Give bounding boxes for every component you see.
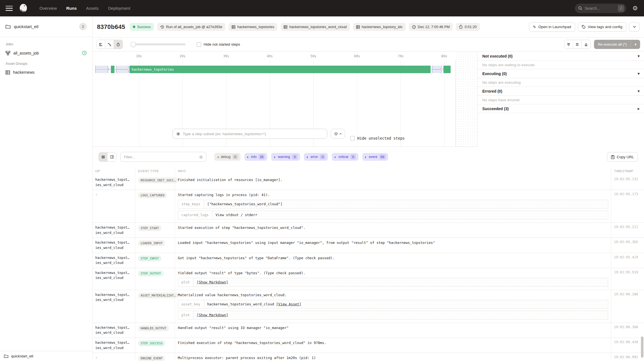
metadata-link[interactable]: [View Asset] <box>276 302 301 306</box>
hide-unselected-checkbox[interactable]: Hide unselected steps <box>350 136 405 140</box>
hamburger-menu-icon[interactable] <box>6 6 13 11</box>
sidebar-footer-repo[interactable]: quickstart_etl <box>0 351 92 361</box>
view-flat-button[interactable] <box>97 40 105 49</box>
view-tags-config-button[interactable]: View tags and config <box>578 22 626 32</box>
log-row[interactable]: hackernews_topst… ies_word_cloudASSET_MA… <box>93 290 644 323</box>
log-filter-field[interactable]: ⊗ <box>120 152 206 162</box>
top-nav: OverviewRunsAssetsDeployment Search... /… <box>0 0 644 16</box>
asset-table-icon <box>284 25 287 29</box>
job-name: all_assets_job <box>13 51 79 55</box>
log-row[interactable]: -LOGS_CAPTUREDStarted capturing logs in … <box>93 190 644 223</box>
asset-tag[interactable]: hackernews_topstory_ids <box>353 23 406 31</box>
run-of-tag[interactable]: Run of all_assets_job @ a27e393e <box>157 23 226 31</box>
status-section-header[interactable]: Not executed (0)▾ <box>478 52 644 61</box>
asset-tag[interactable]: hackernews_topstories_word_cloud <box>281 23 350 31</box>
step-subset-input[interactable] <box>183 132 324 136</box>
toggle-icon: ◑ <box>217 155 219 159</box>
run-actions-menu-button[interactable] <box>629 22 640 32</box>
filter-chip-error[interactable]: ◐error0 <box>304 153 328 161</box>
log-event-cell: HANDLED_OUTPUT <box>135 323 175 338</box>
filter-chip-warning[interactable]: ◐warning0 <box>271 153 300 161</box>
log-row[interactable]: hackernews_topst… ies_word_cloudSTEP_OUT… <box>93 268 644 290</box>
metadata-key: plot <box>178 278 193 286</box>
log-info-cell: Got input "hackernews_topstories" of typ… <box>175 253 611 268</box>
log-op-cell: - <box>93 353 135 361</box>
step-subset-field[interactable] <box>173 129 327 139</box>
status-section-header[interactable]: Errored (0)▾ <box>478 87 644 96</box>
status-section-header[interactable]: Executing (0)▾ <box>478 69 644 78</box>
log-timestamp-cell: 19:02:05.173 <box>611 190 644 223</box>
metadata-link[interactable]: [Show Markdown] <box>197 313 228 317</box>
log-event-cell: ASSET_MATERIALIZAT… <box>135 290 175 323</box>
zoom-slider[interactable] <box>131 43 186 45</box>
zoom-slider-knob[interactable] <box>131 42 136 47</box>
nav-item-overview[interactable]: Overview <box>39 6 57 11</box>
gantt-bar-hackernews-topstories[interactable]: hackernews_topstories <box>129 66 431 73</box>
status-badge: Success <box>130 23 154 31</box>
copy-url-button[interactable]: Copy URL <box>607 152 638 162</box>
expand-all-button[interactable] <box>565 40 573 49</box>
filter-chip-event[interactable]: ◐event56 <box>362 153 388 161</box>
log-row[interactable]: -ENGINE_EVENTMultiprocess executor: pare… <box>93 353 644 361</box>
sidebar-item-asset-group[interactable]: hackernews <box>6 69 87 76</box>
timeline-tick: 70s <box>398 54 404 58</box>
log-row[interactable]: hackernews_topst… ies_word_cloudLOADED_I… <box>93 238 644 253</box>
event-type-badge: STEP_START <box>138 225 161 231</box>
gantt-step-bar[interactable] <box>443 66 451 73</box>
log-list-view-button[interactable] <box>99 153 108 161</box>
log-row[interactable]: hackernews_topst… ies_word_cloudHANDLED_… <box>93 323 644 338</box>
graph-query-options-button[interactable] <box>331 129 345 139</box>
gantt-view-mode-group <box>96 40 123 49</box>
gantt-step-bar[interactable] <box>111 66 114 73</box>
log-structured-view-button[interactable] <box>108 153 116 161</box>
metadata-link[interactable]: [Show Markdown] <box>197 280 228 284</box>
hide-not-started-checkbox[interactable]: Hide not started steps <box>197 42 240 47</box>
filter-chip-debug[interactable]: ◑debug0 <box>214 153 241 161</box>
rows-button[interactable] <box>573 40 582 49</box>
filter-count-badge: 25 <box>259 154 265 159</box>
log-scrollbar[interactable] <box>641 195 643 360</box>
toggle-icon: ◐ <box>334 155 336 159</box>
event-type-badge: ASSET_MATERIALIZAT… <box>138 293 178 298</box>
status-section-header[interactable]: Succeeded (3)▸ <box>478 104 644 113</box>
log-filter-input[interactable] <box>124 155 197 159</box>
reexecute-all-button[interactable]: Re-execute all (*) ▼ <box>594 40 640 49</box>
log-info-cell: Multiprocess executor: parent process ex… <box>175 353 611 361</box>
view-timed-button[interactable] <box>114 40 123 49</box>
log-timestamp-cell: 19:02:06.288 <box>611 290 644 323</box>
nav-item-runs[interactable]: Runs <box>66 6 77 11</box>
log-event-cell: LOGS_CAPTURED <box>135 190 175 223</box>
gear-icon[interactable]: ⚙ <box>632 5 638 12</box>
filter-chip-critical[interactable]: ◐critical0 <box>332 153 358 161</box>
event-type-badge: STEP_SUCCESS <box>138 340 165 346</box>
log-row[interactable]: hackernews_topst… ies_word_cloudSTEP_STA… <box>93 223 644 238</box>
open-in-launchpad-button[interactable]: ✎ Open in Launchpad <box>529 22 575 32</box>
clear-filter-icon[interactable]: ⊗ <box>199 154 203 160</box>
log-op-cell: - <box>93 190 135 223</box>
dagster-logo-icon[interactable] <box>18 3 29 14</box>
timeline-tick: 50s <box>310 54 316 58</box>
view-waterfall-button[interactable] <box>105 40 114 49</box>
run-duration-tag[interactable]: 0:01:20 <box>456 23 480 31</box>
log-row[interactable]: hackernews_topst… ies_word_cloudSTEP_SUC… <box>93 338 644 353</box>
folder-icon <box>4 354 8 358</box>
reexecute-menu-caret[interactable]: ▼ <box>631 40 640 49</box>
nav-item-assets[interactable]: Assets <box>86 6 99 11</box>
filter-chip-info[interactable]: ◐info25 <box>244 153 268 161</box>
log-info-cell: Materialized value hackernews_topstories… <box>175 290 611 323</box>
collapse-all-button[interactable] <box>582 40 590 49</box>
search-input[interactable]: Search... / <box>575 4 626 13</box>
log-op-cell: hackernews_topst… ies_word_cloud <box>93 238 135 253</box>
log-timestamp-cell: 19:02:06.430 <box>611 338 644 353</box>
nav-item-deployment[interactable]: Deployment <box>108 6 130 11</box>
run-datetime-tag[interactable]: Dec 12, 7:00:46 PM <box>409 23 453 31</box>
asset-tag[interactable]: hackernews_topstories <box>229 23 277 31</box>
log-row[interactable]: hackernews_topst… ies_word_cloudSTEP_INP… <box>93 253 644 268</box>
log-row[interactable]: hackernews_topst… ies_word_cloudRESOURCE… <box>93 175 644 190</box>
sidebar-item-job[interactable]: all_assets_job <box>6 50 87 56</box>
log-scrollbar-thumb[interactable] <box>641 337 643 358</box>
status-dot-icon <box>133 26 135 28</box>
gantt-chart: 10s20s30s40s50s60s70s80s hackernews_tops… <box>93 52 478 147</box>
repo-selector[interactable]: quickstart_etl 2 <box>0 16 92 37</box>
chevron-down-icon: ▾ <box>638 71 640 76</box>
